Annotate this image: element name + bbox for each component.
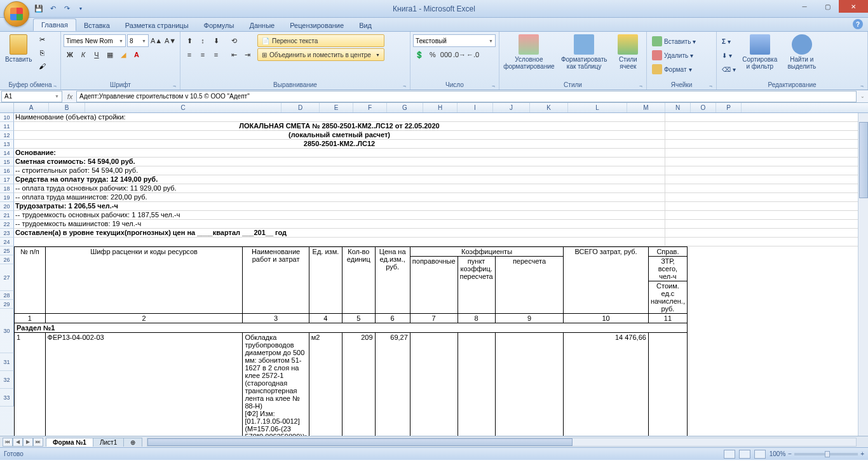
tab-view[interactable]: Вид (351, 20, 379, 31)
row-header-22[interactable]: 22 (0, 220, 14, 229)
col-header-E[interactable]: E (320, 103, 353, 112)
sheet-tab-1[interactable]: Лист1 (93, 438, 124, 447)
fx-icon[interactable]: fx (64, 93, 76, 100)
minimize-button[interactable]: ─ (793, 0, 816, 13)
increase-decimal-icon[interactable]: .0→ (453, 48, 466, 61)
underline-button[interactable]: Ч (90, 48, 103, 61)
row-header-13[interactable]: 13 (0, 140, 14, 149)
row-header-21[interactable]: 21 (0, 211, 14, 220)
decrease-decimal-icon[interactable]: ←.0 (466, 48, 479, 61)
select-all-corner[interactable] (0, 103, 14, 112)
sheet-tab-new[interactable]: ⊕ (123, 438, 142, 447)
increase-indent-icon[interactable]: ⇥ (241, 48, 254, 61)
row-header-23[interactable]: 23 (0, 229, 14, 238)
align-right-icon[interactable]: ≡ (210, 48, 222, 61)
name-box[interactable]: A1▼ (1, 91, 62, 102)
format-cells-button[interactable]: Формат ▾ (649, 62, 698, 76)
qat-save-icon[interactable]: 💾 (33, 3, 44, 15)
view-pagebreak-icon[interactable] (754, 450, 766, 459)
qat-customize-icon[interactable]: ▼ (75, 3, 86, 15)
qat-undo-icon[interactable]: ↶ (47, 3, 58, 15)
zoom-slider[interactable] (794, 453, 858, 455)
col-header-N[interactable]: N (665, 103, 691, 112)
close-button[interactable]: ✕ (839, 0, 868, 13)
font-color-button[interactable]: A (130, 48, 143, 61)
sheet-tab-0[interactable]: Форма №1 (46, 438, 93, 447)
tab-review[interactable]: Рецензирование (282, 20, 351, 31)
bold-button[interactable]: Ж (64, 48, 76, 61)
format-painter-icon[interactable]: 🖌 (36, 60, 48, 72)
col-header-O[interactable]: O (691, 103, 716, 112)
row-header-19[interactable]: 19 (0, 193, 14, 202)
row-header-18[interactable]: 18 (0, 184, 14, 193)
view-layout-icon[interactable] (739, 450, 750, 459)
sheet-nav-next[interactable]: ▶ (23, 438, 33, 447)
tab-data[interactable]: Данные (241, 20, 282, 31)
expand-formula-icon[interactable]: ⌄ (857, 93, 868, 99)
tab-formulas[interactable]: Формулы (196, 20, 242, 31)
currency-icon[interactable]: 💲 (413, 48, 426, 61)
formula-bar[interactable]: Адепт:Управление строительством v 10.5 ©… (76, 91, 857, 102)
col-header-L[interactable]: L (568, 103, 627, 112)
office-button[interactable] (4, 1, 29, 27)
decrease-indent-icon[interactable]: ⇤ (227, 48, 240, 61)
row-header-25[interactable]: 25 (0, 246, 14, 255)
find-select-button[interactable]: Найти и выделить (782, 33, 822, 71)
col-header-A[interactable]: A (14, 103, 49, 112)
horizontal-scrollbar[interactable] (147, 438, 857, 447)
view-normal-icon[interactable] (724, 450, 735, 459)
sheet-nav-prev[interactable]: ◀ (13, 438, 23, 447)
col-header-K[interactable]: K (530, 103, 568, 112)
zoom-out-button[interactable]: − (788, 450, 792, 457)
tab-insert[interactable]: Вставка (76, 20, 118, 31)
row-header-30[interactable]: 30 (0, 309, 14, 353)
border-button[interactable]: ▦ (104, 48, 116, 61)
row-header-26[interactable]: 26 (0, 255, 14, 264)
col-header-B[interactable]: B (49, 103, 85, 112)
grow-font-icon[interactable]: A▲ (150, 34, 163, 47)
align-center-icon[interactable]: ≡ (196, 48, 209, 61)
align-bottom-icon[interactable]: ⬇ (210, 34, 222, 47)
qat-redo-icon[interactable]: ↷ (61, 3, 72, 15)
row-header-16[interactable]: 16 (0, 166, 14, 175)
col-header-H[interactable]: H (423, 103, 458, 112)
col-header-F[interactable]: F (353, 103, 387, 112)
col-header-M[interactable]: M (627, 103, 665, 112)
orientation-icon[interactable]: ⟲ (227, 34, 240, 47)
row-header-14[interactable]: 14 (0, 149, 14, 158)
copy-icon[interactable]: ⎘ (36, 46, 48, 59)
row-header-31[interactable]: 31 (0, 353, 14, 371)
col-header-I[interactable]: I (458, 103, 493, 112)
paste-button[interactable]: Вставить (3, 33, 34, 64)
row-header-24[interactable]: 24 (0, 238, 14, 246)
col-header-C[interactable]: C (85, 103, 281, 112)
row-header-28[interactable]: 28 (0, 291, 14, 300)
row-header-32[interactable]: 32 (0, 371, 14, 389)
col-header-P[interactable]: P (716, 103, 742, 112)
sheet-nav-first[interactable]: ⏮ (3, 438, 13, 447)
row-header-15[interactable]: 15 (0, 158, 14, 166)
align-left-icon[interactable]: ≡ (183, 48, 196, 61)
col-header-J[interactable]: J (493, 103, 530, 112)
autosum-button[interactable]: Σ ▾ (719, 34, 738, 48)
comma-icon[interactable]: 000 (440, 48, 452, 61)
row-header-11[interactable]: 11 (0, 122, 14, 131)
align-top-icon[interactable]: ⬆ (183, 34, 196, 47)
row-header-33[interactable]: 33 (0, 389, 14, 407)
tab-home[interactable]: Главная (33, 18, 76, 31)
sort-filter-button[interactable]: Сортировка и фильтр (740, 33, 780, 71)
cell-styles-button[interactable]: Стили ячеек (613, 33, 644, 71)
row-header-27[interactable]: 27 (0, 264, 14, 291)
clear-button[interactable]: ⌫ ▾ (719, 62, 738, 76)
col-header-G[interactable]: G (387, 103, 423, 112)
cut-icon[interactable]: ✂ (36, 33, 48, 46)
font-size-combo[interactable]: 8▼ (127, 34, 149, 47)
row-header-12[interactable]: 12 (0, 131, 14, 140)
percent-icon[interactable]: % (426, 48, 439, 61)
row-header-17[interactable]: 17 (0, 175, 14, 184)
conditional-formatting-button[interactable]: Условное форматирование (502, 33, 556, 71)
number-format-combo[interactable]: Текстовый▼ (413, 34, 496, 47)
row-header-20[interactable]: 20 (0, 202, 14, 211)
vertical-scrollbar[interactable] (858, 113, 868, 436)
delete-cells-button[interactable]: Удалить ▾ (649, 48, 698, 62)
